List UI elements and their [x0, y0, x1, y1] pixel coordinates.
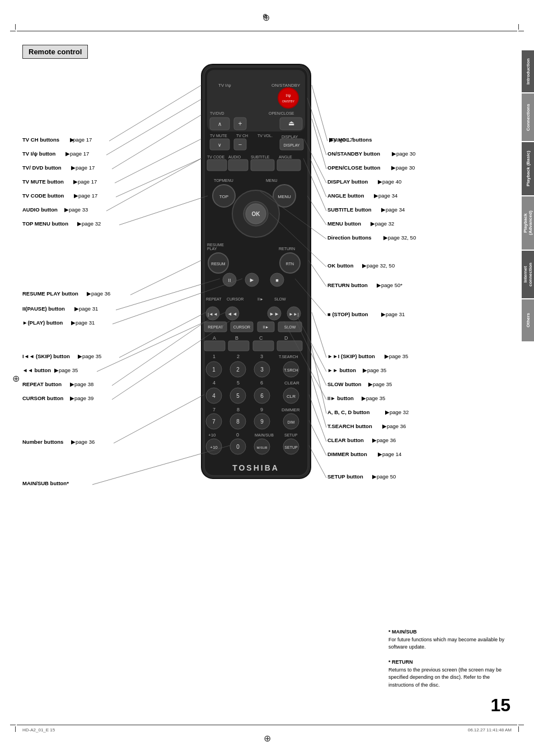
svg-text:II►: II►: [257, 297, 264, 301]
tab-playback-advanced[interactable]: Playback (Advanced): [522, 196, 534, 250]
svg-text:5: 5: [237, 380, 240, 386]
svg-text:▶page 32: ▶page 32: [77, 220, 101, 227]
corner-vert-tl: [15, 24, 16, 30]
svg-text:8: 8: [236, 419, 240, 425]
svg-text:SUBTITLE button: SUBTITLE button: [327, 206, 372, 213]
svg-text:TV VOL.: TV VOL.: [257, 134, 273, 138]
svg-text:II: II: [228, 278, 231, 283]
svg-text:TV MUTE: TV MUTE: [210, 134, 227, 138]
svg-text:▶page 33: ▶page 33: [64, 206, 88, 213]
svg-text:►►I (SKIP) button: ►►I (SKIP) button: [327, 353, 375, 359]
footnote-main-sub-text: For future functions which may become av…: [388, 637, 504, 650]
diagram-svg: TV I/ψ ON/STANDBY I/ψ ON/STBY TV/DVD OPE…: [20, 59, 512, 607]
svg-text:▶page 36: ▶page 36: [87, 290, 110, 297]
svg-text:I/ψ: I/ψ: [286, 93, 291, 98]
svg-text:3: 3: [260, 354, 263, 359]
svg-text:TOP: TOP: [219, 194, 228, 199]
svg-text:▶page 35: ▶page 35: [54, 367, 78, 373]
svg-text:DIM: DIM: [288, 420, 295, 424]
svg-text:II(PAUSE) button: II(PAUSE) button: [22, 306, 65, 312]
svg-text:SETUP: SETUP: [284, 445, 298, 449]
svg-text:◄◄: ◄◄: [227, 311, 237, 317]
section-header: Remote control: [22, 45, 88, 59]
svg-text:SLOW: SLOW: [274, 297, 286, 301]
footer-right: 06.12.27 11:41:48 AM: [468, 727, 512, 732]
svg-text:■ (STOP) button: ■ (STOP) button: [327, 311, 368, 317]
svg-text:▶page 39: ▶page 39: [70, 395, 93, 401]
svg-text:RETURN button: RETURN button: [327, 282, 368, 288]
footer-left: HD-A2_01_E 15: [22, 727, 55, 732]
svg-text:OK button: OK button: [327, 262, 354, 269]
tab-others[interactable]: Others: [522, 299, 534, 341]
corner-mark-tl: [10, 31, 16, 31]
svg-text:SETUP: SETUP: [284, 433, 298, 437]
page-border-bottom: [17, 725, 517, 725]
svg-text:►►|: ►►|: [289, 312, 299, 317]
page-number: 15: [490, 695, 510, 716]
svg-text:6: 6: [260, 380, 263, 386]
footnote-return: * RETURN Returns to the previous screen …: [388, 659, 512, 689]
svg-text:RESUM: RESUM: [211, 262, 225, 266]
footnote-return-title: RETURN: [392, 659, 413, 665]
tab-playback-basic[interactable]: Playback (Basic): [522, 142, 534, 195]
svg-text:DISPLAY: DISPLAY: [283, 143, 299, 147]
svg-text:D: D: [284, 335, 288, 341]
svg-text:TV CODE: TV CODE: [207, 155, 224, 159]
svg-text:AUDIO button: AUDIO button: [22, 206, 58, 213]
svg-line-161: [130, 260, 202, 295]
svg-text:CLEAR button: CLEAR button: [327, 437, 364, 443]
tab-connections[interactable]: Connections: [522, 93, 534, 141]
svg-rect-86: [228, 341, 249, 351]
svg-text:ANGLE: ANGLE: [279, 155, 292, 159]
svg-text:4: 4: [213, 380, 216, 386]
svg-text:▶page 50*: ▶page 50*: [377, 282, 402, 288]
svg-text:DIMMER button: DIMMER button: [327, 451, 367, 457]
svg-text:▶page 17: ▶page 17: [329, 137, 353, 143]
svg-rect-31: [228, 159, 248, 171]
corner-mark-br: [518, 725, 524, 725]
svg-text:9: 9: [260, 419, 264, 425]
svg-text:5: 5: [236, 393, 240, 399]
svg-text:C: C: [259, 335, 263, 341]
tab-introduction[interactable]: Introduction: [522, 50, 534, 92]
svg-line-194: [312, 119, 326, 169]
svg-text:■: ■: [275, 278, 278, 283]
corner-vert-br: [518, 726, 519, 732]
svg-text:TV MUTE button: TV MUTE button: [22, 179, 64, 185]
svg-text:SUBTITLE: SUBTITLE: [251, 155, 270, 159]
svg-text:0: 0: [236, 444, 240, 450]
svg-text:OPEN/CLOSE button: OPEN/CLOSE button: [327, 165, 381, 171]
svg-text:MENU: MENU: [266, 179, 278, 182]
svg-text:II► button: II► button: [327, 395, 354, 401]
svg-text:▶page 30: ▶page 30: [391, 165, 415, 171]
svg-text:TV/DVD: TV/DVD: [210, 111, 224, 115]
svg-text:▶page 17: ▶page 17: [73, 179, 97, 185]
svg-text:▶page 36: ▶page 36: [71, 439, 95, 445]
svg-text:1: 1: [213, 354, 216, 359]
svg-text:▶page 34: ▶page 34: [374, 192, 397, 199]
svg-text:A: A: [213, 335, 216, 341]
svg-text:▶page 35: ▶page 35: [78, 353, 101, 359]
page-border-top: [17, 31, 517, 31]
footnote-return-text: Returns to the previous screen (the scre…: [388, 667, 502, 688]
footnotes: * MAIN/SUB For future functions which ma…: [388, 628, 512, 689]
svg-text:▶page 35: ▶page 35: [362, 395, 385, 401]
svg-text:+10: +10: [208, 433, 216, 438]
svg-text:Direction buttons: Direction buttons: [327, 234, 372, 241]
tab-internet[interactable]: Internet connection: [522, 251, 534, 298]
svg-text:TOP MENU button: TOP MENU button: [22, 220, 68, 227]
svg-text:CLR: CLR: [287, 394, 296, 399]
svg-text:▶page 30: ▶page 30: [392, 151, 415, 157]
svg-text:+: +: [238, 120, 242, 128]
svg-text:SLOW button: SLOW button: [327, 381, 362, 387]
svg-text:MAIN/SUB: MAIN/SUB: [255, 433, 274, 437]
svg-text:OK: OK: [252, 211, 261, 217]
svg-text:▶page 32: ▶page 32: [385, 409, 409, 415]
reg-mark-top: ⊕: [263, 12, 271, 21]
svg-text:AUDIO: AUDIO: [228, 155, 241, 159]
svg-text:▶page 36: ▶page 36: [372, 437, 396, 443]
footnote-main-sub: * MAIN/SUB For future functions which ma…: [388, 628, 512, 651]
svg-text:►► button: ►► button: [327, 367, 356, 373]
svg-text:∨: ∨: [218, 142, 222, 148]
svg-text:▶page 34: ▶page 34: [381, 206, 405, 213]
